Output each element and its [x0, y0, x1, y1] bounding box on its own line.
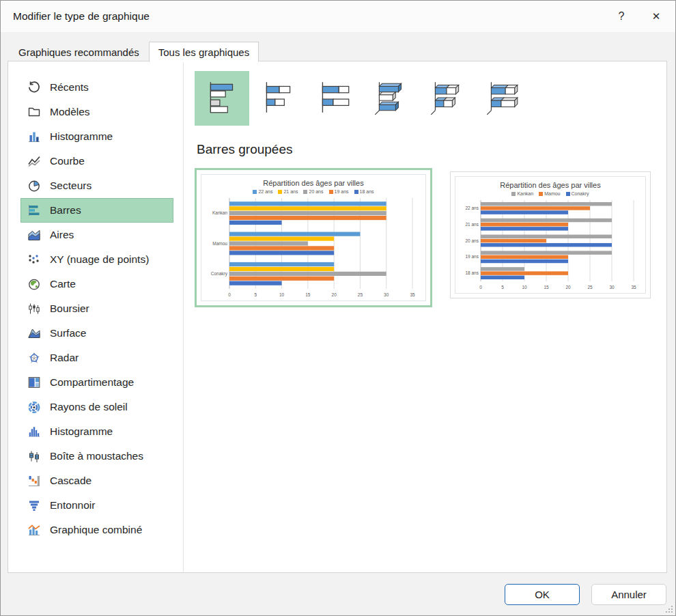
- chart-legend: KankanMamouConakry: [457, 191, 643, 196]
- svg-text:5: 5: [254, 292, 257, 297]
- legend-item: 19 ans: [329, 189, 349, 194]
- sidebar-item-xy-nuage-de-points[interactable]: XY (nuage de points): [20, 247, 173, 272]
- subtype-bar-clustered[interactable]: [195, 71, 249, 126]
- legend-swatch: [511, 192, 516, 196]
- sidebar-item-label: Histogramme: [50, 425, 113, 438]
- sunburst-chart-icon: [27, 400, 41, 414]
- chart-preview-2[interactable]: Répartition des âges par villesKankanMam…: [450, 171, 651, 298]
- svg-text:Mamou: Mamou: [212, 241, 227, 246]
- sidebar-item-secteurs[interactable]: Secteurs: [20, 173, 173, 198]
- svg-text:18 ans: 18 ans: [465, 270, 479, 275]
- sidebar-item-rayons-de-soleil[interactable]: Rayons de soleil: [20, 395, 173, 419]
- sidebar-item-histogramme[interactable]: Histogramme: [20, 419, 173, 444]
- change-chart-type-dialog: Modifier le type de graphique ? ✕ Graphi…: [0, 0, 676, 616]
- sidebar-item-modeles[interactable]: Modèles: [20, 100, 173, 124]
- histogram-chart-icon: [27, 425, 41, 438]
- bar-stacked-100-icon: [314, 77, 354, 120]
- boxwhisker-chart-icon: [27, 449, 41, 463]
- legend-item: 20 ans: [303, 189, 323, 194]
- section-title: Barres groupées: [197, 142, 666, 157]
- svg-text:25: 25: [587, 285, 593, 290]
- cancel-button[interactable]: Annuler: [591, 584, 666, 605]
- sidebar-item-entonnoir[interactable]: Entonnoir: [20, 493, 173, 518]
- line-chart-icon: [27, 154, 41, 168]
- svg-text:10: 10: [522, 285, 527, 290]
- scatter-chart-icon: [27, 253, 41, 266]
- legend-item: Conakry: [566, 191, 589, 196]
- subtype-bar-stacked-3d[interactable]: [419, 71, 473, 126]
- sidebar-item-label: Rayons de soleil: [50, 401, 128, 413]
- sidebar-item-radar[interactable]: Radar: [20, 346, 173, 370]
- svg-text:10: 10: [279, 292, 285, 297]
- stock-chart-icon: [27, 302, 41, 316]
- bar-stacked-100-3d-icon: [482, 77, 522, 120]
- sidebar-item-surface[interactable]: Surface: [20, 321, 173, 346]
- recents-icon: [27, 81, 41, 94]
- bar-stacked-icon: [258, 77, 298, 120]
- sidebar-item-label: Boursier: [50, 303, 89, 315]
- svg-text:30: 30: [609, 285, 615, 290]
- titlebar-buttons: ? ✕: [606, 1, 675, 32]
- legend-item: Kankan: [511, 191, 533, 196]
- area-chart-icon: [27, 228, 41, 242]
- close-button[interactable]: ✕: [637, 1, 675, 32]
- subtype-row: [195, 71, 666, 126]
- chart-legend: 22 ans21 ans20 ans19 ans18 ans: [203, 189, 423, 194]
- help-icon: ?: [619, 10, 625, 22]
- subtype-bar-clustered-3d[interactable]: [363, 71, 417, 126]
- sidebar-item-graphique-combine[interactable]: Graphique combiné: [20, 518, 173, 542]
- sidebar-item-boursier[interactable]: Boursier: [20, 296, 173, 321]
- svg-text:25: 25: [358, 292, 363, 297]
- ok-button[interactable]: OK: [505, 584, 580, 605]
- column-chart-icon: [27, 130, 41, 143]
- sidebar-item-label: Barres: [50, 204, 81, 216]
- svg-text:20 ans: 20 ans: [465, 238, 479, 243]
- svg-text:Kankan: Kankan: [212, 210, 227, 215]
- sidebar-item-recents[interactable]: Récents: [20, 75, 173, 100]
- svg-text:20: 20: [332, 292, 337, 297]
- sidebar-item-label: Graphique combiné: [50, 524, 142, 536]
- sidebar-item-carte[interactable]: Carte: [20, 272, 173, 296]
- legend-swatch: [539, 192, 543, 196]
- svg-text:30: 30: [384, 292, 389, 297]
- chart-preview-1[interactable]: Répartition des âges par villes22 ans21 …: [195, 168, 432, 307]
- sidebar-item-compartimentage[interactable]: Compartimentage: [20, 370, 173, 395]
- subtype-bar-stacked[interactable]: [251, 71, 305, 126]
- sidebar-item-histogramme[interactable]: Histogramme: [20, 124, 173, 149]
- sidebar-item-label: Modèles: [50, 106, 90, 118]
- dialog-title: Modifier le type de graphique: [13, 10, 150, 23]
- waterfall-chart-icon: [27, 474, 41, 488]
- sidebar-item-label: Radar: [50, 352, 79, 364]
- sidebar-item-cascade[interactable]: Cascade: [20, 468, 173, 493]
- preview-row: Répartition des âges par villes22 ans21 …: [195, 168, 666, 307]
- resize-grip-icon[interactable]: [664, 604, 673, 613]
- svg-text:20: 20: [565, 285, 571, 290]
- title-bar: Modifier le type de graphique ? ✕: [1, 1, 675, 32]
- tab-bar: Graphiques recommandésTous les graphique…: [9, 42, 259, 61]
- svg-text:21 ans: 21 ans: [465, 222, 479, 227]
- sidebar-item-barres[interactable]: Barres: [20, 198, 173, 223]
- sidebar-item-aires[interactable]: Aires: [20, 223, 173, 247]
- help-button[interactable]: ?: [606, 1, 637, 32]
- sidebar-item-label: Compartimentage: [50, 376, 134, 389]
- sidebar-item-label: Récents: [50, 81, 89, 94]
- bar-chart-plot: 0510152025303522 ans21 ans20 ans19 ans18…: [457, 197, 643, 292]
- main-panel: RécentsModèlesHistogrammeCourbeSecteursB…: [8, 61, 667, 573]
- legend-swatch: [278, 190, 282, 194]
- tab-tous-les-graphiques[interactable]: Tous les graphiques: [149, 42, 259, 62]
- subtype-bar-stacked-100-3d[interactable]: [475, 71, 529, 126]
- sidebar-item-courbe[interactable]: Courbe: [20, 149, 173, 173]
- close-icon: ✕: [652, 10, 661, 22]
- subtype-bar-stacked-100[interactable]: [307, 71, 361, 126]
- chart-type-sidebar: RécentsModèlesHistogrammeCourbeSecteursB…: [8, 61, 184, 572]
- tab-graphiques-recommandes[interactable]: Graphiques recommandés: [9, 43, 149, 61]
- legend-item: 22 ans: [253, 189, 272, 194]
- map-chart-icon: [27, 277, 41, 291]
- sidebar-item-boite-a-moustaches[interactable]: Boîte à moustaches: [20, 444, 173, 468]
- sidebar-item-label: Secteurs: [50, 180, 91, 192]
- legend-swatch: [253, 190, 257, 194]
- bar-clustered-icon: [202, 77, 242, 120]
- legend-swatch: [566, 192, 570, 196]
- svg-text:35: 35: [410, 292, 415, 297]
- bar-chart-plot: 05101520253035KankanMamouConakry: [203, 195, 423, 299]
